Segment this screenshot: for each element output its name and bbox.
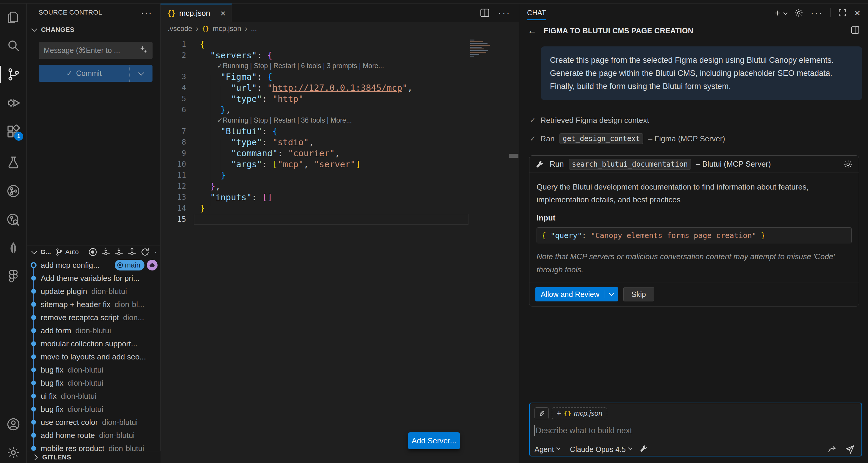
testing-icon[interactable]	[0, 152, 27, 173]
mongodb-icon[interactable]	[0, 238, 27, 259]
commit-row[interactable]: bug fixdion-blutui	[27, 376, 160, 389]
context-chip-mcp-json[interactable]: + {} mcp.json	[552, 407, 607, 419]
allow-dropdown-button[interactable]	[605, 292, 618, 296]
commit-row[interactable]: use correct colordion-blutui	[27, 416, 160, 429]
json-file-icon: {}	[202, 25, 209, 32]
target-icon[interactable]	[88, 247, 98, 257]
extensions-icon[interactable]: 1	[0, 121, 27, 142]
model-selector[interactable]: Claude Opus 4.5	[570, 445, 632, 454]
commit-row[interactable]: sitemap + header fixdion-bl...	[27, 298, 160, 311]
refresh-icon[interactable]	[140, 247, 150, 257]
tool-name-chip[interactable]: search_blutui_documentation	[569, 159, 691, 170]
commit-row[interactable]: Add theme variables for pri...	[27, 272, 160, 285]
branch-badge-main[interactable]: main	[115, 260, 145, 270]
commit-row[interactable]: modular collection support...	[27, 337, 160, 350]
sidebar-more-icon[interactable]: ···	[141, 11, 153, 14]
tab-mcp-json[interactable]: {} mcp.json ×	[160, 4, 232, 22]
code-line-6[interactable]: 6 },	[160, 104, 468, 115]
commit-dropdown-button[interactable]	[129, 65, 153, 82]
forward-arrow-icon[interactable]	[827, 444, 837, 454]
commit-row[interactable]: bug fixdion-blutui	[27, 363, 160, 376]
tool-settings-gear-icon[interactable]	[843, 160, 853, 169]
commit-row[interactable]: add mcp config...main	[27, 259, 160, 272]
back-icon[interactable]: ←	[528, 26, 536, 36]
code-editor[interactable]: 1{2 "servers": {✓Running | Stop | Restar…	[160, 39, 468, 225]
pull-icon[interactable]	[114, 247, 124, 257]
code-line-9[interactable]: 9 "command": "courier",	[160, 148, 468, 158]
code-line-13[interactable]: 13 "inputs": []	[160, 192, 468, 203]
breadcrumb-folder[interactable]: .vscode	[168, 24, 192, 33]
tab-close-icon[interactable]: ×	[220, 8, 226, 19]
commit-row[interactable]: add home routedion-blutui	[27, 429, 160, 442]
code-line-3[interactable]: 3 "Figma": {	[160, 71, 468, 82]
breadcrumb-symbol[interactable]: ...	[251, 24, 257, 33]
push-icon[interactable]	[127, 247, 137, 257]
scrollbar-thumb[interactable]	[509, 154, 519, 158]
configure-tools-button[interactable]	[640, 444, 648, 454]
new-chat-icon[interactable]: +	[774, 8, 780, 17]
code-line-11[interactable]: 11 }	[160, 170, 468, 181]
tab-chat[interactable]: CHAT	[527, 4, 546, 22]
line-number: 7	[160, 127, 194, 135]
commit-message-input[interactable]: Message (⌘Enter to ...	[39, 42, 153, 59]
codelens-actions[interactable]: ✓Running | Stop | Restart | 6 tools | 3 …	[160, 61, 468, 71]
graph-section-header[interactable]: G... Auto ···	[27, 245, 160, 259]
changes-section-header[interactable]: CHANGES	[27, 23, 160, 36]
run-debug-icon[interactable]	[0, 92, 27, 113]
open-in-editor-icon[interactable]	[850, 25, 860, 36]
sparkle-icon[interactable]	[139, 45, 148, 55]
attach-button[interactable]	[534, 407, 549, 419]
line-number: 15	[160, 215, 194, 224]
commit-button[interactable]: ✓ Commit	[39, 65, 153, 82]
code-line-8[interactable]: 8 "type": "stdio",	[160, 137, 468, 148]
editor-more-icon[interactable]: ···	[498, 8, 511, 18]
breadcrumb[interactable]: .vscode › {} mcp.json › ...	[160, 22, 519, 35]
split-editor-icon[interactable]	[479, 7, 491, 19]
account-icon[interactable]	[0, 414, 27, 435]
close-panel-icon[interactable]: ×	[854, 7, 860, 19]
commit-row[interactable]: move to layouts and add seo...	[27, 350, 160, 363]
figma-icon[interactable]	[0, 266, 27, 287]
chat-input-box[interactable]: + {} mcp.json Describe what to build nex…	[529, 403, 862, 457]
code-line-7[interactable]: 7 "Blutui": {	[160, 125, 468, 137]
mode-selector[interactable]: Agent	[534, 445, 560, 454]
send-icon[interactable]	[845, 444, 855, 454]
codelens-actions[interactable]: ✓Running | Stop | Restart | 36 tools | M…	[160, 115, 468, 125]
minimap[interactable]	[468, 39, 496, 60]
gitlens-icon[interactable]	[0, 181, 27, 201]
chevron-down-icon[interactable]	[783, 11, 787, 15]
tool-input-json[interactable]: { "query": "Canopy elements forms page c…	[536, 227, 851, 243]
gitlens-inspect-icon[interactable]	[0, 209, 27, 230]
commit-row[interactable]: bug fixdion-blutui	[27, 403, 160, 416]
breadcrumb-file[interactable]: mcp.json	[213, 24, 241, 33]
skip-button[interactable]: Skip	[623, 287, 654, 301]
add-server-button[interactable]: Add Server...	[408, 432, 460, 449]
allow-and-review-button[interactable]: Allow and Review	[535, 287, 618, 301]
code-line-4[interactable]: 4 "url": "http://127.0.0.1:3845/mcp",	[160, 82, 468, 93]
search-icon[interactable]	[0, 35, 27, 56]
commit-row[interactable]: ui fixdion-blutui	[27, 389, 160, 403]
commit-row[interactable]: update plugindion-blutui	[27, 285, 160, 298]
maximize-panel-icon[interactable]	[838, 8, 847, 18]
tool-name-chip[interactable]: get_design_context	[559, 133, 643, 144]
code-line-14[interactable]: 14}	[160, 203, 468, 214]
gitlens-section-header[interactable]: GITLENS	[27, 451, 160, 463]
changes-label: CHANGES	[41, 26, 74, 34]
commit-row[interactable]: remove recaptca scriptdion...	[27, 311, 160, 324]
chat-more-icon[interactable]: ···	[811, 8, 823, 18]
code-line-2[interactable]: 2 "servers": {	[160, 50, 468, 61]
code-line-10[interactable]: 10 "args": ["mcp", "server"]	[160, 158, 468, 170]
code-line-12[interactable]: 12 },	[160, 181, 468, 192]
code-line-1[interactable]: 1{	[160, 39, 468, 50]
code-line-5[interactable]: 5 "type": "http"	[160, 93, 468, 104]
commit-row[interactable]: add formdion-blutui	[27, 324, 160, 337]
graph-more-icon[interactable]: ···	[154, 248, 157, 257]
fetch-icon[interactable]	[101, 247, 111, 257]
source-control-icon[interactable]	[0, 64, 27, 85]
chat-settings-gear-icon[interactable]	[794, 8, 804, 18]
cloud-badge-icon[interactable]	[147, 260, 158, 270]
graph-auto-control[interactable]: Auto	[55, 248, 79, 256]
code-line-15[interactable]: 15	[160, 214, 468, 225]
explorer-icon[interactable]	[0, 6, 27, 27]
settings-gear-icon[interactable]	[0, 442, 27, 463]
